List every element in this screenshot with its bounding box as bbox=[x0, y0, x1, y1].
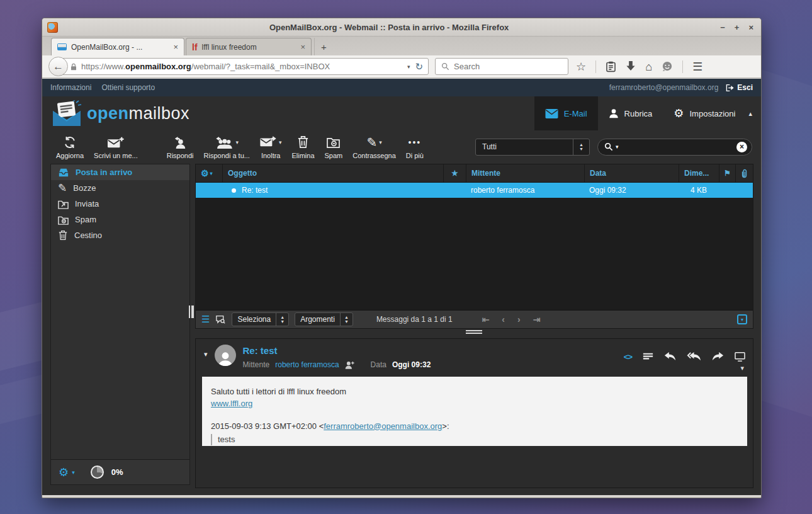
compose-button[interactable]: Scrivi un me... bbox=[89, 135, 143, 159]
info-link[interactable]: Informazioni bbox=[50, 83, 91, 92]
html-source-icon[interactable]: <> bbox=[624, 352, 632, 362]
open-in-window-icon[interactable] bbox=[735, 352, 745, 362]
folder-spam[interactable]: Spam bbox=[51, 212, 189, 227]
close-button[interactable]: × bbox=[748, 23, 753, 32]
tab-openmailbox[interactable]: OpenMailBox.org - ... × bbox=[51, 38, 184, 55]
back-button[interactable]: ← bbox=[48, 57, 68, 76]
chevron-down-icon[interactable]: ▾ bbox=[379, 139, 382, 146]
chevron-down-icon[interactable]: ▾ bbox=[235, 139, 239, 146]
select-messages-dropdown[interactable]: Seleziona ▲▼ bbox=[232, 312, 289, 326]
new-tab-button[interactable]: + bbox=[314, 38, 333, 55]
horizontal-splitter-handle[interactable] bbox=[466, 330, 482, 334]
folder-trash[interactable]: Cestino bbox=[51, 227, 189, 243]
tab-close-icon[interactable]: × bbox=[300, 42, 305, 52]
message-text-icon[interactable] bbox=[643, 352, 653, 361]
first-page-icon[interactable]: ⇤ bbox=[482, 314, 490, 324]
forward-button[interactable]: ▾ Inoltra bbox=[255, 135, 287, 159]
browser-search-input[interactable] bbox=[454, 62, 562, 71]
folder-sent[interactable]: Inviata bbox=[51, 196, 189, 212]
column-sender[interactable]: Mittente bbox=[466, 164, 584, 182]
chevron-down-icon[interactable]: ▾ bbox=[72, 469, 75, 476]
minimize-button[interactable]: − bbox=[720, 23, 725, 32]
url-dropdown-icon[interactable]: ▾ bbox=[407, 64, 410, 70]
column-attachment-icon[interactable] bbox=[735, 164, 753, 182]
more-headers-icon[interactable]: ▾ bbox=[740, 364, 744, 372]
tab-label: OpenMailBox.org - ... bbox=[71, 43, 142, 52]
add-contact-icon[interactable] bbox=[345, 361, 355, 369]
folder-options-gear-icon[interactable]: ⚙ bbox=[59, 467, 69, 478]
vertical-splitter-handle[interactable] bbox=[189, 306, 194, 318]
list-options-button[interactable]: ⚙ ▾ bbox=[196, 164, 222, 182]
spam-button[interactable]: Spam bbox=[320, 135, 348, 159]
more-button[interactable]: ••• Di più bbox=[401, 135, 429, 159]
webmail-page: Informazioni Ottieni supporto ferramrobe… bbox=[42, 79, 761, 495]
firefox-window: OpenMailBox.org - Webmail :: Posta in ar… bbox=[42, 18, 762, 498]
next-page-icon[interactable]: › bbox=[517, 314, 521, 324]
message-row[interactable]: Re: test roberto ferramosca Oggi 09:32 4… bbox=[196, 183, 753, 198]
column-subject[interactable]: Oggetto bbox=[222, 164, 443, 182]
sidebar-bottom-bar: ⚙ ▾ 0% bbox=[51, 459, 189, 484]
body-link[interactable]: www.lffl.org bbox=[211, 399, 252, 408]
home-icon[interactable]: ⌂ bbox=[645, 61, 652, 72]
nav-contacts[interactable]: Rubrica bbox=[598, 96, 663, 130]
nav-email[interactable]: E-Mail bbox=[534, 96, 598, 130]
delete-button[interactable]: Elimina bbox=[286, 135, 319, 159]
row-star-cell[interactable] bbox=[443, 183, 466, 198]
collapse-header-icon[interactable]: ▴ bbox=[746, 96, 761, 130]
reply-button[interactable]: Rispondi bbox=[162, 135, 199, 159]
bookmark-star-icon[interactable]: ☆ bbox=[576, 61, 586, 72]
downloads-icon[interactable] bbox=[626, 61, 636, 72]
toolbar-separator bbox=[595, 60, 596, 73]
reload-icon[interactable]: ↻ bbox=[415, 61, 423, 72]
mail-search-box[interactable]: ▾ × bbox=[597, 139, 752, 156]
maximize-button[interactable]: + bbox=[735, 23, 740, 32]
last-page-icon[interactable]: ⇥ bbox=[533, 314, 541, 324]
collapse-message-icon[interactable]: ▾ bbox=[204, 350, 208, 375]
column-date[interactable]: Data bbox=[584, 164, 679, 182]
email-link[interactable]: ferramroberto@openmailbox.org bbox=[324, 421, 442, 431]
reply-all-icon[interactable] bbox=[687, 352, 701, 361]
mail-icon bbox=[545, 109, 558, 118]
forward-icon[interactable] bbox=[712, 352, 724, 361]
firefox-icon bbox=[47, 22, 58, 33]
previous-page-icon[interactable]: ‹ bbox=[502, 314, 505, 324]
browser-search-box[interactable] bbox=[435, 58, 568, 75]
folder-inbox[interactable]: Posta in arrivo bbox=[51, 164, 189, 180]
row-flag-cell[interactable] bbox=[719, 183, 735, 198]
column-flag-icon[interactable]: ⚑ bbox=[719, 164, 735, 182]
message-count: Messaggi da 1 a 1 di 1 bbox=[376, 315, 453, 324]
mail-search-input[interactable] bbox=[621, 142, 734, 151]
date-label: Data bbox=[371, 360, 386, 369]
clear-search-icon[interactable]: × bbox=[736, 142, 747, 152]
chevron-down-icon[interactable]: ▾ bbox=[279, 139, 282, 146]
refresh-button[interactable]: Aggiorna bbox=[51, 135, 89, 159]
reply-icon[interactable] bbox=[664, 352, 676, 361]
tab-strip: OpenMailBox.org - ... × lf lffl linux fr… bbox=[42, 37, 761, 55]
bookmarks-list-icon[interactable] bbox=[606, 61, 616, 72]
tab-lffl[interactable]: lf lffl linux freedom × bbox=[186, 38, 312, 55]
logout-button[interactable]: Esci bbox=[726, 83, 753, 92]
message-preview-pane: ▾ Re: test Mittente bbox=[195, 338, 753, 488]
threads-dropdown[interactable]: Argomenti ▲▼ bbox=[295, 312, 353, 326]
mail-main-area: Posta in arrivo ✎ Bozze Inviata bbox=[42, 163, 761, 495]
chat-search-icon[interactable] bbox=[215, 315, 226, 324]
menu-hamburger-icon[interactable]: ☰ bbox=[692, 61, 702, 72]
search-options-caret[interactable]: ▾ bbox=[616, 144, 619, 150]
reply-all-button[interactable]: ▾ Rispondi a tu... bbox=[199, 135, 255, 159]
preview-toggle-icon[interactable]: ▾ bbox=[737, 314, 747, 324]
support-link[interactable]: Ottieni supporto bbox=[101, 83, 155, 92]
list-view-icon[interactable]: ☰ bbox=[201, 314, 210, 325]
column-size[interactable]: Dime... bbox=[679, 164, 719, 182]
tab-close-icon[interactable]: × bbox=[173, 42, 178, 52]
hello-smiley-icon[interactable] bbox=[662, 61, 673, 72]
sender-link[interactable]: roberto ferramosca bbox=[275, 360, 339, 369]
column-flagged-star-icon[interactable]: ★ bbox=[443, 164, 466, 182]
mark-button[interactable]: ✎ ▾ Contrassegna bbox=[347, 135, 401, 159]
sender-label: Mittente bbox=[243, 360, 270, 369]
window-titlebar[interactable]: OpenMailBox.org - Webmail :: Posta in ar… bbox=[42, 18, 761, 37]
nav-settings[interactable]: ⚙ Impostazioni bbox=[663, 96, 746, 130]
url-bar[interactable]: https://www.openmailbox.org/webmail/?_ta… bbox=[60, 58, 429, 75]
folder-drafts[interactable]: ✎ Bozze bbox=[51, 180, 189, 196]
row-sender: roberto ferramosca bbox=[466, 183, 584, 198]
filter-scope-select[interactable]: Tutti ▲▼ bbox=[475, 139, 590, 156]
